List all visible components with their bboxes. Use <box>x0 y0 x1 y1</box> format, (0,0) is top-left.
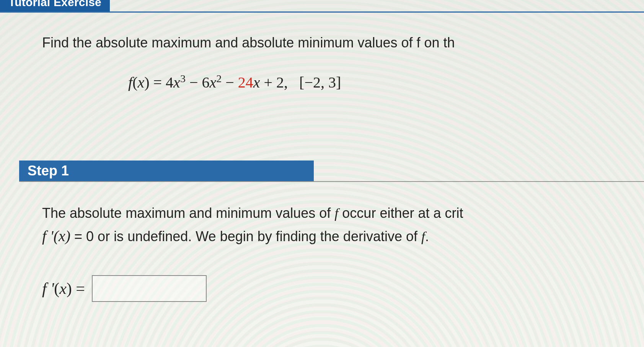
answer-label: f '(x) = <box>42 279 85 298</box>
line2-b: . <box>425 229 429 244</box>
step-body-line2: f '(x) = 0 or is undefined. We begin by … <box>42 224 644 248</box>
formula-term3: 24 <box>238 74 253 91</box>
step-label: Step 1 <box>19 163 69 179</box>
formula-interval: [−2, 3] <box>299 74 341 91</box>
line1-f: f <box>334 206 338 221</box>
problem-prompt: Find the absolute maximum and absolute m… <box>42 34 644 52</box>
problem-formula: f(x) = 4x3 − 6x2 − 24x + 2, [−2, 3] <box>128 73 341 91</box>
formula-term2: 6x2 <box>202 74 222 91</box>
line2-f: f <box>421 229 425 244</box>
formula-f: f <box>128 74 132 91</box>
coef-c: 24 <box>238 74 253 91</box>
line2-a: = 0 or is undefined. We begin by finding… <box>70 229 421 244</box>
coef-a: 4 <box>166 74 173 91</box>
line2-fprime: f '(x) <box>42 227 70 245</box>
line1-a: The absolute maximum and minimum values … <box>42 205 334 221</box>
answer-row: f '(x) = <box>42 275 207 302</box>
formula-term1: 4x3 <box>166 74 186 91</box>
header-tab-label: Tutorial Exercise <box>8 0 101 8</box>
coef-b: 6 <box>202 74 209 91</box>
formula-eq: = <box>153 74 162 91</box>
derivative-input[interactable] <box>92 275 207 302</box>
step-divider <box>19 181 644 182</box>
header-divider <box>0 11 644 13</box>
formula-x: x <box>137 74 144 91</box>
tutorial-exercise-tab: Tutorial Exercise <box>0 0 110 11</box>
prompt-text-a: Find the absolute maximum and absolute m… <box>42 35 455 50</box>
step-body: The absolute maximum and minimum values … <box>42 203 644 248</box>
step-body-line1: The absolute maximum and minimum values … <box>42 203 644 224</box>
step-header: Step 1 <box>19 161 314 181</box>
formula-const: 2 <box>276 74 284 91</box>
line1-b: occur either at a crit <box>338 205 463 221</box>
